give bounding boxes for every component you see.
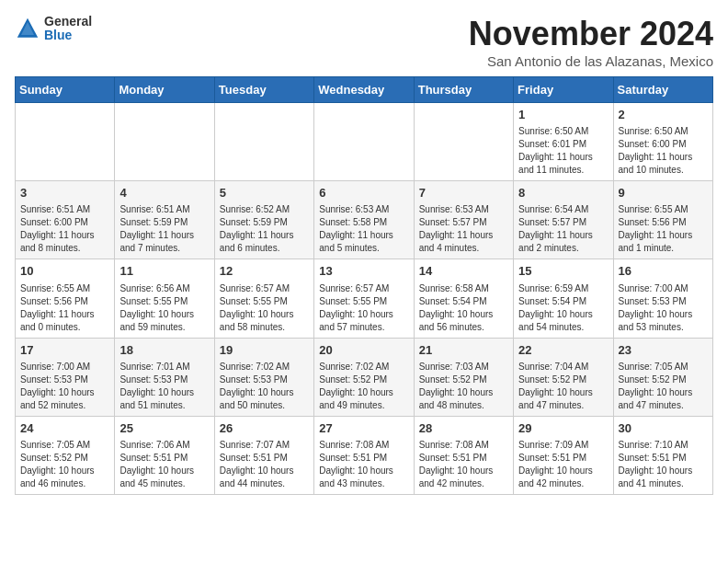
day-info: Sunrise: 7:03 AM Sunset: 5:52 PM Dayligh… bbox=[419, 361, 508, 412]
calendar-cell bbox=[314, 103, 414, 181]
calendar-cell: 5Sunrise: 6:52 AM Sunset: 5:59 PM Daylig… bbox=[214, 181, 313, 259]
calendar-cell: 7Sunrise: 6:53 AM Sunset: 5:57 PM Daylig… bbox=[414, 181, 513, 259]
day-info: Sunrise: 7:05 AM Sunset: 5:52 PM Dayligh… bbox=[619, 361, 708, 412]
day-info: Sunrise: 6:59 AM Sunset: 5:54 PM Dayligh… bbox=[518, 282, 608, 334]
week-row-4: 17Sunrise: 7:00 AM Sunset: 5:53 PM Dayli… bbox=[16, 338, 713, 416]
calendar-cell: 16Sunrise: 7:00 AM Sunset: 5:53 PM Dayli… bbox=[613, 259, 712, 338]
day-number: 12 bbox=[220, 263, 309, 280]
week-row-1: 1Sunrise: 6:50 AM Sunset: 6:01 PM Daylig… bbox=[16, 103, 713, 181]
day-number: 10 bbox=[20, 263, 109, 280]
month-title: November 2024 bbox=[469, 15, 713, 53]
day-info: Sunrise: 7:08 AM Sunset: 5:51 PM Dayligh… bbox=[419, 439, 508, 490]
day-info: Sunrise: 6:53 AM Sunset: 5:57 PM Dayligh… bbox=[419, 203, 508, 255]
day-number: 30 bbox=[619, 420, 708, 437]
calendar-cell: 8Sunrise: 6:54 AM Sunset: 5:57 PM Daylig… bbox=[514, 181, 613, 259]
day-info: Sunrise: 6:50 AM Sunset: 6:01 PM Dayligh… bbox=[518, 125, 608, 177]
calendar-cell: 11Sunrise: 6:56 AM Sunset: 5:55 PM Dayli… bbox=[115, 259, 214, 338]
logo: General Blue bbox=[15, 15, 92, 43]
day-number: 8 bbox=[518, 185, 608, 201]
day-number: 20 bbox=[319, 342, 408, 359]
header-row: SundayMondayTuesdayWednesdayThursdayFrid… bbox=[16, 77, 713, 103]
calendar-cell bbox=[214, 103, 313, 181]
header-day-sunday: Sunday bbox=[16, 77, 115, 103]
day-info: Sunrise: 7:01 AM Sunset: 5:53 PM Dayligh… bbox=[119, 361, 209, 412]
day-info: Sunrise: 7:06 AM Sunset: 5:51 PM Dayligh… bbox=[119, 439, 209, 490]
day-number: 24 bbox=[20, 420, 109, 437]
calendar-cell: 25Sunrise: 7:06 AM Sunset: 5:51 PM Dayli… bbox=[115, 416, 214, 494]
calendar-cell: 30Sunrise: 7:10 AM Sunset: 5:51 PM Dayli… bbox=[613, 416, 712, 494]
day-info: Sunrise: 7:02 AM Sunset: 5:53 PM Dayligh… bbox=[220, 361, 309, 412]
calendar-cell: 26Sunrise: 7:07 AM Sunset: 5:51 PM Dayli… bbox=[214, 416, 313, 494]
day-info: Sunrise: 7:02 AM Sunset: 5:52 PM Dayligh… bbox=[319, 361, 408, 412]
day-number: 22 bbox=[518, 342, 608, 359]
day-number: 25 bbox=[119, 420, 209, 437]
header-day-tuesday: Tuesday bbox=[214, 77, 313, 103]
calendar-cell bbox=[115, 103, 214, 181]
calendar-body: 1Sunrise: 6:50 AM Sunset: 6:01 PM Daylig… bbox=[16, 103, 713, 495]
day-number: 6 bbox=[319, 185, 408, 201]
day-info: Sunrise: 6:54 AM Sunset: 5:57 PM Dayligh… bbox=[518, 203, 608, 255]
day-number: 7 bbox=[419, 185, 508, 201]
day-info: Sunrise: 6:51 AM Sunset: 5:59 PM Dayligh… bbox=[119, 203, 209, 255]
day-number: 16 bbox=[619, 263, 708, 280]
calendar-cell: 4Sunrise: 6:51 AM Sunset: 5:59 PM Daylig… bbox=[115, 181, 214, 259]
day-info: Sunrise: 6:50 AM Sunset: 6:00 PM Dayligh… bbox=[619, 125, 708, 177]
day-info: Sunrise: 7:04 AM Sunset: 5:52 PM Dayligh… bbox=[518, 361, 608, 412]
calendar-cell: 10Sunrise: 6:55 AM Sunset: 5:56 PM Dayli… bbox=[16, 259, 115, 338]
day-info: Sunrise: 6:57 AM Sunset: 5:55 PM Dayligh… bbox=[220, 282, 309, 334]
header-day-saturday: Saturday bbox=[613, 77, 712, 103]
logo-text: General Blue bbox=[44, 15, 92, 43]
week-row-2: 3Sunrise: 6:51 AM Sunset: 6:00 PM Daylig… bbox=[16, 181, 713, 259]
day-number: 14 bbox=[419, 263, 508, 280]
header-day-wednesday: Wednesday bbox=[314, 77, 414, 103]
day-info: Sunrise: 7:09 AM Sunset: 5:51 PM Dayligh… bbox=[518, 439, 608, 490]
day-info: Sunrise: 7:10 AM Sunset: 5:51 PM Dayligh… bbox=[619, 439, 708, 490]
day-number: 11 bbox=[119, 263, 209, 280]
day-number: 1 bbox=[518, 107, 608, 123]
header-day-friday: Friday bbox=[514, 77, 613, 103]
calendar-cell bbox=[16, 103, 115, 181]
calendar-cell: 12Sunrise: 6:57 AM Sunset: 5:55 PM Dayli… bbox=[214, 259, 313, 338]
calendar-cell: 9Sunrise: 6:55 AM Sunset: 5:56 PM Daylig… bbox=[613, 181, 712, 259]
day-number: 15 bbox=[518, 263, 608, 280]
calendar-cell: 22Sunrise: 7:04 AM Sunset: 5:52 PM Dayli… bbox=[514, 338, 613, 416]
calendar-cell: 20Sunrise: 7:02 AM Sunset: 5:52 PM Dayli… bbox=[314, 338, 414, 416]
day-info: Sunrise: 7:00 AM Sunset: 5:53 PM Dayligh… bbox=[619, 282, 708, 334]
day-number: 5 bbox=[220, 185, 309, 201]
day-number: 18 bbox=[119, 342, 209, 359]
calendar-cell: 21Sunrise: 7:03 AM Sunset: 5:52 PM Dayli… bbox=[414, 338, 513, 416]
day-number: 27 bbox=[319, 420, 408, 437]
header-day-thursday: Thursday bbox=[414, 77, 513, 103]
calendar-cell: 15Sunrise: 6:59 AM Sunset: 5:54 PM Dayli… bbox=[514, 259, 613, 338]
header-day-monday: Monday bbox=[115, 77, 214, 103]
day-number: 19 bbox=[220, 342, 309, 359]
day-number: 4 bbox=[119, 185, 209, 201]
calendar-cell: 1Sunrise: 6:50 AM Sunset: 6:01 PM Daylig… bbox=[514, 103, 613, 181]
calendar-cell: 17Sunrise: 7:00 AM Sunset: 5:53 PM Dayli… bbox=[16, 338, 115, 416]
day-info: Sunrise: 6:58 AM Sunset: 5:54 PM Dayligh… bbox=[419, 282, 508, 334]
calendar-cell: 24Sunrise: 7:05 AM Sunset: 5:52 PM Dayli… bbox=[16, 416, 115, 494]
calendar-cell: 2Sunrise: 6:50 AM Sunset: 6:00 PM Daylig… bbox=[613, 103, 712, 181]
day-number: 17 bbox=[20, 342, 109, 359]
location: San Antonio de las Alazanas, Mexico bbox=[469, 53, 713, 69]
day-info: Sunrise: 6:55 AM Sunset: 5:56 PM Dayligh… bbox=[20, 282, 109, 334]
day-info: Sunrise: 6:53 AM Sunset: 5:58 PM Dayligh… bbox=[319, 203, 408, 255]
calendar-cell: 28Sunrise: 7:08 AM Sunset: 5:51 PM Dayli… bbox=[414, 416, 513, 494]
day-number: 23 bbox=[619, 342, 708, 359]
day-info: Sunrise: 6:51 AM Sunset: 6:00 PM Dayligh… bbox=[20, 203, 109, 255]
logo-icon bbox=[15, 16, 40, 41]
day-number: 21 bbox=[419, 342, 508, 359]
day-info: Sunrise: 6:55 AM Sunset: 5:56 PM Dayligh… bbox=[619, 203, 708, 255]
calendar-cell bbox=[414, 103, 513, 181]
day-number: 9 bbox=[619, 185, 708, 201]
calendar-cell: 3Sunrise: 6:51 AM Sunset: 6:00 PM Daylig… bbox=[16, 181, 115, 259]
calendar-table: SundayMondayTuesdayWednesdayThursdayFrid… bbox=[15, 76, 713, 495]
calendar-cell: 19Sunrise: 7:02 AM Sunset: 5:53 PM Dayli… bbox=[214, 338, 313, 416]
calendar-header: SundayMondayTuesdayWednesdayThursdayFrid… bbox=[16, 77, 713, 103]
day-number: 13 bbox=[319, 263, 408, 280]
logo-general: General bbox=[44, 15, 92, 29]
day-number: 28 bbox=[419, 420, 508, 437]
calendar-cell: 14Sunrise: 6:58 AM Sunset: 5:54 PM Dayli… bbox=[414, 259, 513, 338]
day-number: 26 bbox=[220, 420, 309, 437]
calendar-cell: 27Sunrise: 7:08 AM Sunset: 5:51 PM Dayli… bbox=[314, 416, 414, 494]
